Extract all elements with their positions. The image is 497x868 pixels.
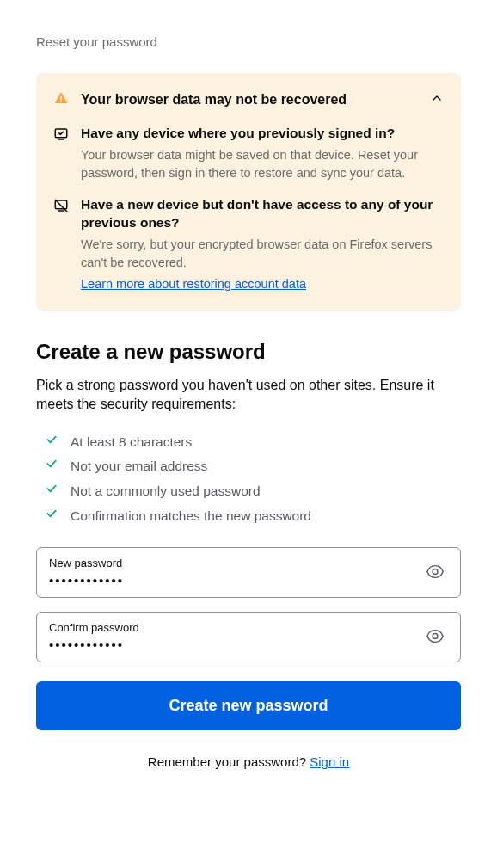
- warning-header[interactable]: Your browser data may not be recovered: [53, 90, 444, 109]
- requirement-text: At least 8 characters: [71, 430, 192, 455]
- eye-icon: [426, 570, 445, 583]
- warning-section-title: Have any device where you previously sig…: [81, 125, 444, 143]
- toggle-visibility-button[interactable]: [422, 558, 448, 587]
- warning-section-new-device: Have a new device but don't have access …: [53, 196, 444, 292]
- requirement-item: Not a commonly used password: [45, 479, 461, 504]
- device-check-icon: [53, 125, 69, 182]
- confirm-password-wrapper: Confirm password: [36, 612, 461, 662]
- requirement-item: Not your email address: [45, 454, 461, 479]
- learn-more-link[interactable]: Learn more about restoring account data: [81, 277, 306, 291]
- requirement-text: Not a commonly used password: [71, 479, 261, 504]
- checkmark-icon: [45, 454, 58, 479]
- device-unavailable-icon: [53, 196, 69, 292]
- new-password-input[interactable]: [49, 573, 415, 588]
- requirement-item: At least 8 characters: [45, 430, 461, 455]
- requirement-text: Confirmation matches the new password: [71, 504, 311, 529]
- password-requirements-list: At least 8 characters Not your email add…: [36, 430, 461, 529]
- chevron-up-icon[interactable]: [430, 91, 444, 108]
- svg-rect-1: [60, 101, 62, 102]
- warning-section-title: Have a new device but don't have access …: [81, 196, 444, 232]
- warning-heading: Your browser data may not be recovered: [81, 92, 418, 108]
- warning-icon: [53, 90, 69, 109]
- create-password-button[interactable]: Create new password: [36, 681, 461, 730]
- checkmark-icon: [45, 430, 58, 455]
- checkmark-icon: [45, 479, 58, 504]
- checkmark-icon: [45, 504, 58, 529]
- warning-section-text: Your browser data might be saved on that…: [81, 146, 444, 182]
- page-title: Reset your password: [36, 34, 461, 49]
- confirm-password-input[interactable]: [49, 637, 415, 652]
- warning-panel: Your browser data may not be recovered H…: [36, 73, 461, 311]
- sign-in-link[interactable]: Sign in: [310, 754, 349, 769]
- footer-text: Remember your password?: [148, 754, 310, 769]
- warning-section-text: We're sorry, but your encrypted browser …: [81, 236, 444, 272]
- svg-point-4: [433, 569, 438, 574]
- new-password-wrapper: New password: [36, 547, 461, 598]
- svg-rect-0: [60, 96, 62, 100]
- new-password-label: New password: [49, 557, 415, 569]
- warning-section-existing-device: Have any device where you previously sig…: [53, 125, 444, 182]
- create-password-heading: Create a new password: [36, 340, 461, 364]
- requirement-text: Not your email address: [71, 454, 207, 479]
- eye-icon: [426, 635, 445, 648]
- requirement-item: Confirmation matches the new password: [45, 504, 461, 529]
- confirm-password-label: Confirm password: [49, 621, 415, 634]
- footer: Remember your password? Sign in: [36, 754, 461, 769]
- toggle-visibility-button[interactable]: [422, 623, 448, 651]
- create-password-description: Pick a strong password you haven't used …: [36, 376, 461, 415]
- svg-point-5: [433, 633, 438, 638]
